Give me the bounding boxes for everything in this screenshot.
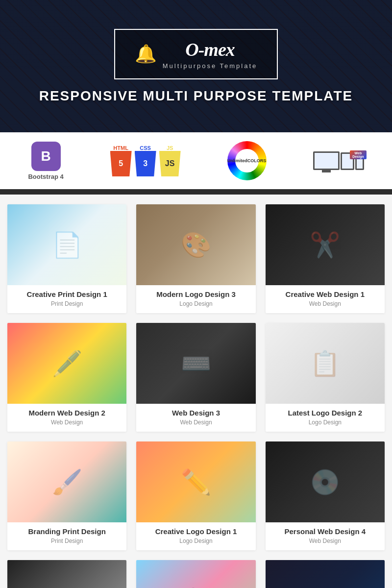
bootstrap-icon: B [31, 142, 61, 171]
portfolio-info: Creative Web Design 1 Web Design [266, 285, 385, 313]
portfolio-item[interactable]: Web Creative Web Design [266, 560, 385, 588]
portfolio-title: Latest Logo Design 2 [271, 409, 379, 417]
portfolio-info: Modern Web Design 2 Web Design [7, 404, 126, 432]
portfolio-item[interactable]: Design Portfolio Print Design [7, 560, 126, 588]
portfolio-image [136, 323, 255, 404]
portfolio-title: Modern Web Design 2 [13, 409, 121, 417]
portfolio-title: Web Design 3 [142, 409, 249, 417]
logo-text: O-mex [185, 39, 235, 60]
portfolio-title: Personal Web Design 4 [271, 527, 379, 536]
portfolio-image [136, 560, 255, 588]
portfolio-image [7, 204, 126, 285]
js-icon: JS [159, 151, 181, 176]
hero-section: 🔔 O-mex Multipurpose Template RESPONSIVE… [0, 0, 392, 132]
logo-box: 🔔 O-mex Multipurpose Template [114, 29, 278, 79]
portfolio-title: Creative Logo Design 1 [142, 527, 249, 536]
portfolio-title: Creative Web Design 1 [271, 290, 379, 298]
portfolio-category: Print Design [13, 300, 121, 307]
js-label: JS [167, 145, 173, 151]
portfolio-title: Branding Print Design [13, 527, 121, 536]
portfolio-section: Creative Print Design 1 Print Design Mod… [0, 195, 392, 588]
portfolio-image [7, 560, 126, 588]
portfolio-title: Modern Logo Design 3 [142, 290, 249, 298]
portfolio-info: Web Design 3 Web Design [136, 404, 255, 432]
tech-strip: B Bootstrap 4 HTML 5 CSS 3 JS JS Unlimit… [0, 132, 392, 191]
portfolio-info: Branding Print Design Print Design [7, 522, 126, 550]
portfolio-item[interactable]: Creative Logo Design 1 Logo Design [136, 441, 255, 550]
responsive-badge: Web Design [313, 151, 364, 170]
portfolio-category: Web Design [13, 419, 121, 426]
logo-subtitle: Multipurpose Template [163, 62, 258, 70]
portfolio-image [266, 441, 385, 522]
portfolio-image [266, 323, 385, 404]
css-icon: 3 [135, 151, 156, 176]
portfolio-category: Web Design [142, 419, 249, 426]
hero-tagline: RESPONSIVE MULTI PURPOSE TEMPLATE [39, 88, 353, 104]
portfolio-item[interactable]: Personal Web Design 4 Web Design [266, 441, 385, 550]
portfolio-item[interactable]: Web Design 3 Web Design [136, 323, 255, 432]
portfolio-info: Creative Print Design 1 Print Design [7, 285, 126, 313]
portfolio-title: Creative Print Design 1 [13, 290, 121, 298]
dark-divider [0, 191, 392, 195]
portfolio-item[interactable]: Modern Logo Design 3 Logo Design [136, 204, 255, 313]
colors-label: Unlimited COLORS [235, 149, 259, 172]
html-badge: HTML 5 [110, 145, 132, 176]
portfolio-info: Creative Logo Design 1 Logo Design [136, 522, 255, 550]
portfolio-category: Web Design [271, 538, 379, 544]
responsive-ribbon: Web Design [350, 150, 366, 159]
portfolio-item[interactable]: Creative Web Design 1 Web Design [266, 204, 385, 313]
portfolio-category: Print Design [13, 538, 121, 544]
color-wheel: Unlimited COLORS [227, 141, 267, 180]
portfolio-image [266, 560, 385, 588]
desktop-device-icon [313, 151, 340, 170]
portfolio-image [7, 441, 126, 522]
portfolio-category: Logo Design [142, 538, 249, 544]
portfolio-item[interactable]: Modern Web Design 2 Web Design [7, 323, 126, 432]
portfolio-item[interactable]: Latest Logo Design 2 Logo Design [266, 323, 385, 432]
css-badge: CSS 3 [135, 145, 156, 176]
bootstrap-label: Bootstrap 4 [28, 173, 63, 180]
portfolio-item[interactable]: Creative Print Design 1 Print Design [7, 204, 126, 313]
bell-icon: 🔔 [135, 44, 157, 64]
portfolio-item[interactable]: Creative Collection Logo Design [136, 560, 255, 588]
html-label: HTML [113, 145, 128, 151]
bootstrap-badge: B Bootstrap 4 [28, 142, 63, 180]
portfolio-info: Personal Web Design 4 Web Design [266, 522, 385, 550]
portfolio-item[interactable]: Branding Print Design Print Design [7, 441, 126, 550]
portfolio-category: Web Design [271, 300, 379, 307]
portfolio-image [136, 441, 255, 522]
portfolio-grid: Creative Print Design 1 Print Design Mod… [7, 204, 385, 588]
portfolio-info: Latest Logo Design 2 Logo Design [266, 404, 385, 432]
html-css-js-group: HTML 5 CSS 3 JS JS [110, 145, 181, 176]
portfolio-image [266, 204, 385, 285]
portfolio-category: Logo Design [271, 419, 379, 426]
portfolio-image [7, 323, 126, 404]
js-badge: JS JS [159, 145, 181, 176]
portfolio-category: Logo Design [142, 300, 249, 307]
css-label: CSS [140, 145, 151, 151]
portfolio-info: Modern Logo Design 3 Logo Design [136, 285, 255, 313]
portfolio-image [136, 204, 255, 285]
html-icon: 5 [110, 151, 132, 176]
